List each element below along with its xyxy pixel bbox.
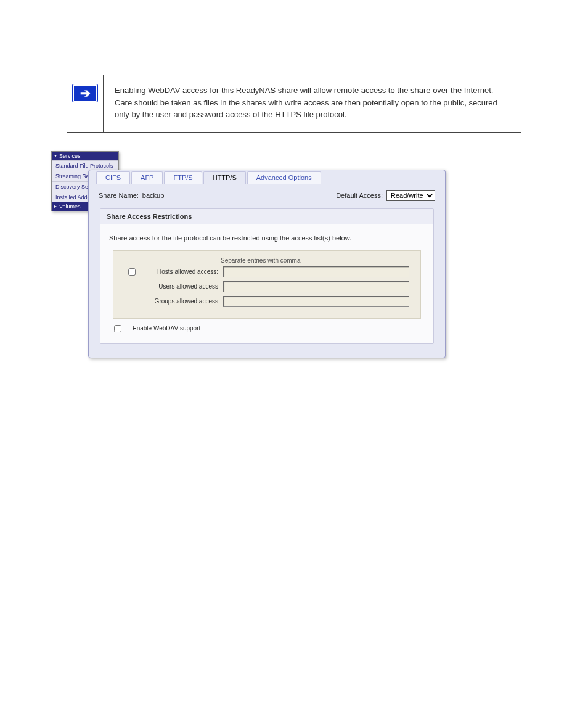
sidebar-header-label: Services	[59, 153, 81, 159]
tab-afp[interactable]: AFP	[131, 171, 163, 184]
groups-allowed-input[interactable]	[223, 296, 409, 307]
screenshot-area: ▾ Services Standard File Protocols Strea…	[51, 151, 558, 348]
panel-body: Share Name: backup Default Access: Read/…	[89, 184, 445, 345]
restrictions-hint: Separate entries with comma	[221, 257, 409, 264]
row-groups-allowed: Groups allowed access	[125, 296, 409, 307]
sidebar-header[interactable]: ▾ Services	[52, 152, 118, 160]
webdav-row: Enable WebDAV support	[114, 325, 425, 332]
arrow-glyph: ➔	[80, 87, 91, 99]
note-icon-cell: ➔	[67, 75, 104, 132]
share-row: Share Name: backup Default Access: Read/…	[99, 190, 435, 201]
share-settings-panel: CIFS AFP FTP/S HTTP/S Advanced Options S…	[88, 170, 446, 358]
row-users-allowed: Users allowed access	[125, 281, 409, 292]
note-text: Enabling WebDAV access for this ReadyNAS…	[104, 75, 521, 132]
tab-https[interactable]: HTTP/S	[203, 171, 246, 184]
arrow-right-icon: ➔	[73, 84, 97, 102]
restrictions-section: Share Access Restrictions Share access f…	[100, 208, 434, 344]
users-allowed-input[interactable]	[223, 281, 409, 292]
rule-top	[30, 25, 558, 25]
chevron-right-icon: ▸	[54, 203, 57, 209]
default-access-label: Default Access:	[336, 192, 383, 199]
hosts-allowed-checkbox[interactable]	[128, 268, 136, 276]
row-hosts-allowed: Hosts allowed access:	[125, 266, 409, 277]
tab-advanced-options[interactable]: Advanced Options	[247, 171, 321, 184]
enable-webdav-label: Enable WebDAV support	[133, 325, 200, 332]
hosts-allowed-label: Hosts allowed access:	[138, 268, 223, 275]
groups-allowed-label: Groups allowed access	[138, 298, 223, 305]
enable-webdav-checkbox[interactable]	[114, 325, 121, 332]
sidebar-item-standard-file-protocols[interactable]: Standard File Protocols	[52, 160, 118, 171]
hosts-allowed-input[interactable]	[223, 266, 409, 277]
share-name-label: Share Name:	[99, 192, 139, 199]
restrictions-desc: Share access for the file protocol can b…	[109, 234, 425, 242]
restrictions-body: Share access for the file protocol can b…	[100, 224, 433, 343]
tab-cifs[interactable]: CIFS	[96, 171, 130, 184]
restrictions-box: Separate entries with comma Hosts allowe…	[113, 250, 421, 319]
users-allowed-label: Users allowed access	[138, 283, 223, 290]
rule-bottom	[30, 552, 558, 552]
default-access-select[interactable]: Read/write	[386, 190, 435, 201]
tab-ftps[interactable]: FTP/S	[164, 171, 202, 184]
tab-row: CIFS AFP FTP/S HTTP/S Advanced Options	[89, 170, 445, 184]
note-box: ➔ Enabling WebDAV access for this ReadyN…	[67, 75, 521, 133]
restrictions-title: Share Access Restrictions	[100, 209, 433, 224]
share-name-value: backup	[142, 192, 164, 199]
chevron-down-icon: ▾	[54, 153, 57, 158]
sidebar-volumes-label: Volumes	[59, 203, 81, 210]
